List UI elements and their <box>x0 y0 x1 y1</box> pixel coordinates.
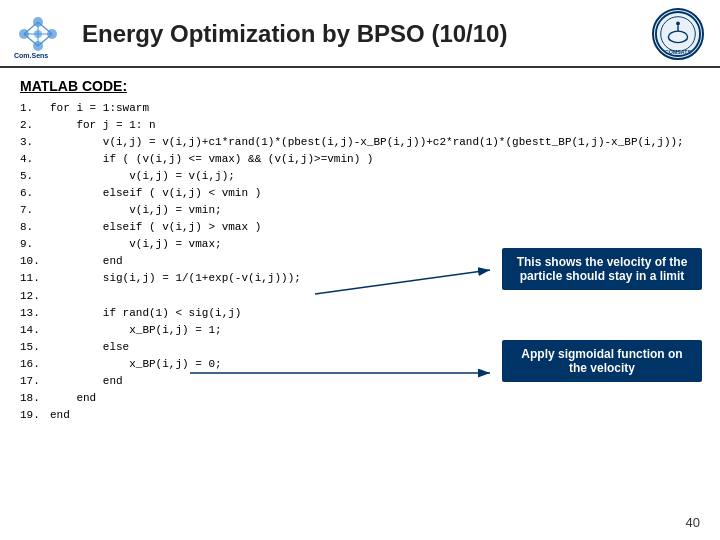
line-content: elseif ( v(i,j) < vmin ) <box>50 185 700 202</box>
code-line: 17. end <box>20 373 700 390</box>
line-content: sig(i,j) = 1/(1+exp(-v(i,j))); <box>50 270 700 287</box>
section-title: MATLAB CODE: <box>20 78 700 94</box>
line-content: end <box>50 390 700 407</box>
main-content: MATLAB CODE: 1.for i = 1:swarm2. for j =… <box>0 68 720 430</box>
code-line: 3. v(i,j) = v(i,j)+c1*rand(1)*(pbest(i,j… <box>20 134 700 151</box>
code-line: 10. end <box>20 253 700 270</box>
svg-text:COMSATS: COMSATS <box>665 49 691 55</box>
line-content: v(i,j) = v(i,j); <box>50 168 700 185</box>
line-number: 10. <box>20 253 50 270</box>
line-content: v(i,j) = vmax; <box>50 236 700 253</box>
line-number: 18. <box>20 390 50 407</box>
line-content: for j = 1: n <box>50 117 700 134</box>
line-number: 1. <box>20 100 50 117</box>
code-line: 18. end <box>20 390 700 407</box>
code-line: 7. v(i,j) = vmin; <box>20 202 700 219</box>
code-line: 2. for j = 1: n <box>20 117 700 134</box>
line-content: end <box>50 253 700 270</box>
code-line: 11. sig(i,j) = 1/(1+exp(-v(i,j))); <box>20 270 700 287</box>
code-line: 4. if ( (v(i,j) <= vmax) && (v(i,j)>=vmi… <box>20 151 700 168</box>
code-line: 14. x_BP(i,j) = 1; <box>20 322 700 339</box>
line-content: v(i,j) = v(i,j)+c1*rand(1)*(pbest(i,j)-x… <box>50 134 700 151</box>
line-content: elseif ( v(i,j) > vmax ) <box>50 219 700 236</box>
line-number: 17. <box>20 373 50 390</box>
comsens-logo-icon: Com.Sens <box>10 8 66 60</box>
code-line: 1.for i = 1:swarm <box>20 100 700 117</box>
line-content: if rand(1) < sig(i,j) <box>50 305 700 322</box>
line-content: else <box>50 339 700 356</box>
code-line: 5. v(i,j) = v(i,j); <box>20 168 700 185</box>
code-line: 6. elseif ( v(i,j) < vmin ) <box>20 185 700 202</box>
code-line: 16. x_BP(i,j) = 0; <box>20 356 700 373</box>
line-number: 5. <box>20 168 50 185</box>
line-number: 13. <box>20 305 50 322</box>
page-number: 40 <box>686 515 700 530</box>
line-number: 12. <box>20 288 50 305</box>
line-number: 6. <box>20 185 50 202</box>
svg-point-18 <box>676 22 680 26</box>
line-number: 9. <box>20 236 50 253</box>
code-block: 1.for i = 1:swarm2. for j = 1: n3. v(i,j… <box>20 100 700 424</box>
line-content: end <box>50 373 700 390</box>
line-content: if ( (v(i,j) <= vmax) && (v(i,j)>=vmin) … <box>50 151 700 168</box>
line-number: 7. <box>20 202 50 219</box>
line-content: x_BP(i,j) = 0; <box>50 356 700 373</box>
comsats-logo: COMSATS <box>652 8 704 60</box>
line-number: 8. <box>20 219 50 236</box>
page-title: Energy Optimization by BPSO (10/10) <box>78 20 652 48</box>
logo-area: Com.Sens <box>10 8 66 60</box>
code-line: 8. elseif ( v(i,j) > vmax ) <box>20 219 700 236</box>
line-number: 11. <box>20 270 50 287</box>
line-number: 3. <box>20 134 50 151</box>
line-content: x_BP(i,j) = 1; <box>50 322 700 339</box>
header: Com.Sens Energy Optimization by BPSO (10… <box>0 0 720 68</box>
line-number: 2. <box>20 117 50 134</box>
line-content: for i = 1:swarm <box>50 100 700 117</box>
line-content: v(i,j) = vmin; <box>50 202 700 219</box>
line-number: 16. <box>20 356 50 373</box>
svg-point-16 <box>668 31 687 43</box>
line-number: 15. <box>20 339 50 356</box>
code-line: 15. else <box>20 339 700 356</box>
line-number: 14. <box>20 322 50 339</box>
line-content: end <box>50 407 700 424</box>
code-line: 19.end <box>20 407 700 424</box>
line-number: 19. <box>20 407 50 424</box>
code-line: 13. if rand(1) < sig(i,j) <box>20 305 700 322</box>
line-number: 4. <box>20 151 50 168</box>
code-line: 12. <box>20 288 700 305</box>
code-line: 9. v(i,j) = vmax; <box>20 236 700 253</box>
svg-text:Com.Sens: Com.Sens <box>14 52 48 59</box>
